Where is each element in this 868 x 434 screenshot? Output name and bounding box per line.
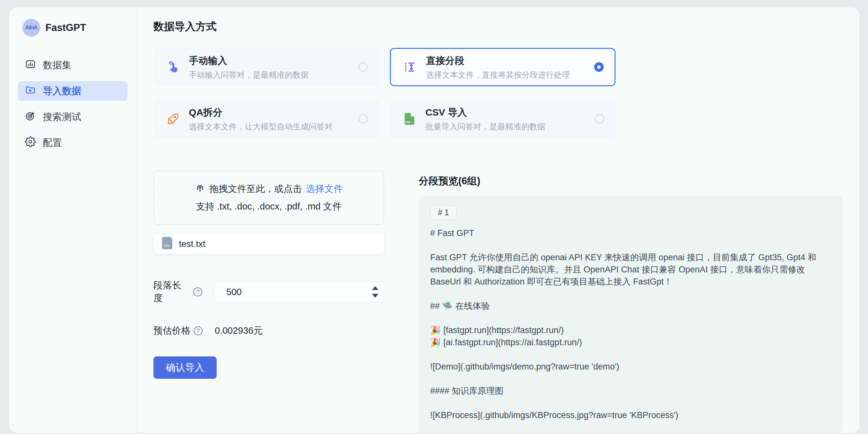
rocket-icon	[166, 111, 181, 126]
import-workspace: 拖拽文件至此，或点击 选择文件 支持 .txt, .doc, .docx, .p…	[137, 154, 859, 433]
sidebar-menu: 数据集 导入数据	[18, 55, 127, 153]
method-title: QA拆分	[189, 106, 333, 119]
brand-name: FastGPT	[45, 22, 86, 34]
sidebar-item-dataset[interactable]: 数据集	[18, 55, 127, 75]
file-dropzone[interactable]: 拖拽文件至此，或点击 选择文件 支持 .txt, .doc, .docx, .p…	[153, 170, 384, 225]
brand: AIHA FastGPT	[22, 19, 127, 37]
chunk-index-badge: # 1	[430, 205, 457, 220]
search-test-icon	[25, 110, 36, 124]
upload-cloud-icon	[195, 182, 206, 195]
segment-preview-panel[interactable]: # 1 # Fast GPT Fast GPT 允许你使用自己的 openai …	[418, 195, 843, 433]
method-radio[interactable]	[595, 114, 604, 124]
stepper-down-icon[interactable]	[372, 294, 378, 298]
method-card-qa-split[interactable]: QA拆分 选择文本文件，让大模型自动生成问答对	[153, 100, 379, 138]
sidebar-item-label: 导入数据	[43, 85, 81, 98]
main-area: 数据导入方式 手动输入 手动输入问答对，是最精准的数据	[137, 7, 859, 433]
method-radio[interactable]	[358, 62, 368, 72]
method-desc: 手动输入问答对，是最精准的数据	[189, 70, 309, 80]
sidebar-item-label: 数据集	[43, 59, 71, 72]
method-title: 手动输入	[189, 54, 309, 67]
file-name: test.txt	[179, 239, 205, 249]
fastgpt-logo-icon: AIHA	[22, 19, 40, 37]
import-method-cards: 手动输入 手动输入问答对，是最精准的数据	[153, 48, 843, 138]
estimated-price-label: 预估价格	[153, 325, 190, 337]
estimated-price-help-icon[interactable]: ?	[194, 326, 203, 335]
sidebar-item-label: 配置	[43, 136, 62, 149]
estimated-price-value: 0.002936元	[215, 325, 263, 337]
method-card-csv-import[interactable]: csv CSV 导入 批量导入问答对，是最精准的数据	[390, 100, 616, 138]
confirm-import-button[interactable]: 确认导入	[153, 357, 217, 379]
sidebar-item-settings[interactable]: 配置	[18, 133, 127, 153]
method-title: 直接分段	[426, 54, 570, 67]
dropzone-support-text: 支持 .txt, .doc, .docx, .pdf, .md 文件	[196, 200, 342, 213]
estimated-price-row: 预估价格 ? 0.002936元	[153, 325, 384, 337]
uploaded-file-item[interactable]: TXT test.txt	[153, 234, 384, 254]
settings-icon	[25, 136, 36, 149]
upload-column: 拖拽文件至此，或点击 选择文件 支持 .txt, .doc, .docx, .p…	[153, 170, 384, 433]
import-data-icon	[25, 85, 36, 98]
sidebar-item-label: 搜索测试	[43, 110, 81, 124]
chunk-length-row: 段落长度 ?	[153, 279, 384, 305]
txt-file-icon: TXT	[162, 237, 173, 252]
dropzone-text: 拖拽文件至此，或点击	[209, 183, 302, 195]
method-title: CSV 导入	[425, 106, 545, 119]
hand-click-icon	[166, 60, 181, 74]
svg-text:csv: csv	[406, 120, 411, 124]
stepper-up-icon[interactable]	[372, 286, 378, 290]
method-desc: 批量导入问答对，是最精准的数据	[425, 121, 545, 132]
method-desc: 选择文本文件，直接将其按分段进行处理	[426, 70, 570, 80]
svg-text:TXT: TXT	[163, 244, 169, 247]
sidebar-item-search-test[interactable]: 搜索测试	[18, 107, 127, 127]
sidebar: AIHA FastGPT 数据集	[9, 7, 137, 433]
chunk-content-text: # Fast GPT Fast GPT 允许你使用自己的 openai API …	[430, 227, 831, 433]
chunk-length-label: 段落长度	[153, 279, 190, 305]
page-title: 数据导入方式	[153, 20, 843, 34]
segment-preview-title: 分段预览(6组)	[418, 174, 843, 188]
method-card-direct-segment[interactable]: 直接分段 选择文本文件，直接将其按分段进行处理	[390, 48, 616, 86]
method-desc: 选择文本文件，让大模型自动生成问答对	[189, 121, 333, 132]
chunk-length-help-icon[interactable]: ?	[193, 288, 202, 296]
method-radio[interactable]	[358, 114, 368, 124]
dataset-icon	[25, 59, 36, 72]
preview-column: 分段预览(6组) # 1 # Fast GPT Fast GPT 允许你使用自己…	[418, 170, 843, 433]
app-panel: AIHA FastGPT 数据集	[9, 7, 860, 433]
method-card-manual-input[interactable]: 手动输入 手动输入问答对，是最精准的数据	[153, 48, 379, 86]
chunk-length-input[interactable]	[214, 281, 384, 302]
import-method-section: 数据导入方式 手动输入 手动输入问答对，是最精准的数据	[137, 7, 859, 154]
method-radio-selected[interactable]	[594, 62, 604, 72]
csv-file-icon: csv	[402, 111, 417, 126]
choose-file-link[interactable]: 选择文件	[306, 183, 343, 195]
text-segment-icon	[403, 60, 418, 74]
sidebar-item-import-data[interactable]: 导入数据	[18, 81, 127, 101]
